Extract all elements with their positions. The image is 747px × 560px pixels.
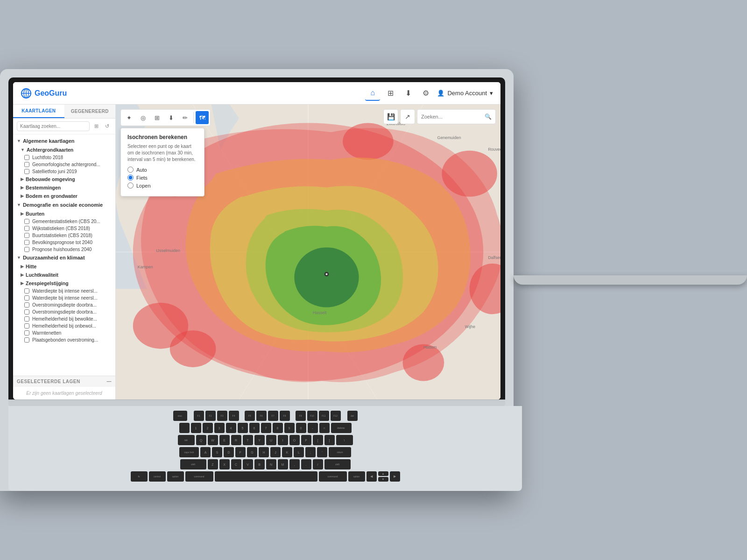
key-rshift[interactable]: shift	[324, 459, 351, 469]
toolbar-download-button[interactable]: ⬇	[164, 111, 177, 124]
key-i[interactable]: I	[278, 435, 288, 445]
key-9[interactable]: 9	[284, 423, 295, 433]
tab-gegenereerd[interactable]: GEGENEREERD	[64, 105, 116, 118]
list-item[interactable]: Plaatsgebonden overstroming...	[13, 336, 115, 343]
toolbar-draw-button[interactable]: ✏	[178, 111, 191, 124]
layer-checkbox[interactable]	[24, 316, 29, 322]
key-tab[interactable]: tab	[178, 435, 195, 445]
list-item[interactable]: Satellietfoto juni 2019	[13, 168, 115, 175]
key-b[interactable]: B	[254, 459, 265, 469]
search-input[interactable]	[17, 121, 90, 131]
key-esc[interactable]: esc	[173, 411, 187, 421]
layer-checkbox[interactable]	[24, 309, 29, 315]
key-left[interactable]: ◀	[366, 471, 377, 482]
map-container[interactable]: Zwartsluis Genemuiden Rouveen Dalfsen Ha…	[116, 105, 500, 399]
key-return[interactable]: return	[329, 447, 351, 457]
key-f7[interactable]: F7	[268, 411, 278, 421]
key-rbracket[interactable]: ]	[324, 435, 335, 445]
layer-checkbox[interactable]	[24, 169, 29, 174]
selected-layers-collapse[interactable]: —	[107, 379, 112, 384]
subgroup-hitte-header[interactable]: ▶ Hitte	[13, 262, 115, 271]
key-fn[interactable]: fn	[131, 471, 148, 482]
radio-auto[interactable]	[127, 167, 134, 173]
key-7[interactable]: 7	[261, 423, 271, 433]
toolbar-circle-button[interactable]: ◎	[136, 111, 149, 124]
key-roption[interactable]: option	[348, 471, 365, 482]
key-3[interactable]: 3	[214, 423, 225, 433]
list-item[interactable]: Luchtfoto 2018	[13, 154, 115, 161]
tab-kaartlagen[interactable]: KAARTLAGEN	[13, 105, 64, 118]
key-f1[interactable]: F1	[194, 411, 204, 421]
key-f4[interactable]: F4	[229, 411, 239, 421]
key-s[interactable]: S	[212, 447, 222, 457]
key-d[interactable]: D	[224, 447, 234, 457]
key-f[interactable]: F	[235, 447, 246, 457]
layer-checkbox[interactable]	[24, 226, 29, 231]
key-backtick[interactable]	[179, 423, 190, 433]
key-c[interactable]: C	[231, 459, 241, 469]
list-item[interactable]: Bevolkingsprognose tot 2040	[13, 239, 115, 246]
list-item[interactable]: Warmtenetten	[13, 329, 115, 336]
key-o[interactable]: O	[289, 435, 300, 445]
key-m[interactable]: M	[278, 459, 288, 469]
tree-view-button[interactable]: ⊞	[92, 122, 101, 131]
key-5[interactable]: 5	[238, 423, 248, 433]
layer-checkbox[interactable]	[24, 330, 29, 336]
toolbar-maptype-button[interactable]: 🗺	[196, 111, 209, 124]
key-backspace[interactable]: delete	[331, 423, 352, 433]
subgroup-bodem-header[interactable]: ▶ Bodem en grondwater	[13, 192, 115, 200]
key-f8[interactable]: F8	[280, 411, 290, 421]
layer-checkbox[interactable]	[24, 219, 29, 224]
subgroup-zeespiegelstijging-header[interactable]: ▶ Zeespiegelstijging	[13, 279, 115, 287]
key-option[interactable]: option	[167, 471, 184, 482]
nav-home-button[interactable]: ⌂	[365, 86, 380, 101]
key-1[interactable]: 1	[191, 423, 201, 433]
list-item[interactable]: Overstromingsdiepte doorbra...	[13, 308, 115, 315]
key-z[interactable]: Z	[208, 459, 218, 469]
key-lshift[interactable]: shift	[180, 459, 206, 469]
list-item[interactable]: Buurtstatistieken (CBS 2018)	[13, 232, 115, 239]
key-a[interactable]: A	[200, 447, 211, 457]
key-f3[interactable]: F3	[217, 411, 227, 421]
layer-checkbox[interactable]	[24, 233, 29, 238]
nav-settings-button[interactable]: ⚙	[418, 86, 433, 101]
key-right[interactable]: ▶	[390, 471, 400, 482]
layer-checkbox[interactable]	[24, 155, 29, 160]
map-search-input[interactable]	[421, 114, 482, 119]
key-w[interactable]: W	[208, 435, 218, 445]
key-n[interactable]: N	[266, 459, 276, 469]
key-semicolon[interactable]: ;	[305, 447, 316, 457]
key-equals[interactable]: =	[319, 423, 330, 433]
radio-lopen[interactable]	[127, 182, 134, 189]
list-item[interactable]: Hemelhelderheid bij bewolkte...	[13, 315, 115, 322]
subgroup-duurzaamheid-header[interactable]: ▼ Duurzaamheid en klimaat	[13, 253, 115, 262]
subgroup-luchtkwaliteit-header[interactable]: ▶ Luchtkwaliteit	[13, 271, 115, 279]
subgroup-demografie-header[interactable]: ▼ Demografie en sociale economie	[13, 200, 115, 210]
key-period[interactable]: .	[301, 459, 311, 469]
key-u[interactable]: U	[266, 435, 276, 445]
key-f5[interactable]: F5	[245, 411, 255, 421]
key-down[interactable]: ▼	[378, 477, 388, 482]
subgroup-buurten-header[interactable]: ▶ Buurten	[13, 210, 115, 218]
key-comma[interactable]: ,	[289, 459, 300, 469]
key-r[interactable]: R	[231, 435, 241, 445]
list-item[interactable]: Overstromingsdiepte doorbra...	[13, 301, 115, 308]
key-del[interactable]: del	[347, 411, 358, 421]
list-item[interactable]: Waterdiepte bij intense neersl...	[13, 287, 115, 294]
key-e[interactable]: E	[219, 435, 230, 445]
map-share-button[interactable]: ↗	[400, 109, 415, 124]
key-y[interactable]: Y	[254, 435, 265, 445]
key-8[interactable]: 8	[273, 423, 283, 433]
toolbar-marker-button[interactable]: ✦	[122, 111, 135, 124]
key-rcmd[interactable]: command	[319, 471, 347, 482]
list-item[interactable]: Wijkstatistieken (CBS 2018)	[13, 225, 115, 232]
key-up[interactable]: ▲	[378, 471, 388, 476]
key-ctrl[interactable]: control	[149, 471, 166, 482]
key-minus[interactable]: -	[308, 423, 318, 433]
subgroup-achtergrond-header[interactable]: ▼ Achtergrondkaarten	[13, 146, 115, 154]
layer-checkbox[interactable]	[24, 247, 29, 252]
key-capslock[interactable]: caps lock	[179, 447, 199, 457]
list-item[interactable]: Waterdiepte bij intense neersl...	[13, 294, 115, 301]
key-space[interactable]	[215, 471, 317, 482]
list-item[interactable]: Hemelhelderheid bij onbewol...	[13, 322, 115, 329]
